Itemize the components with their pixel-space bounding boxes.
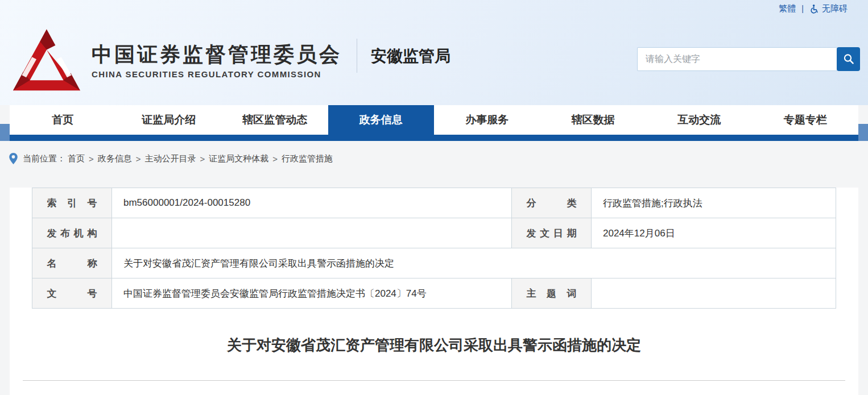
issuer-label: 发布机构: [32, 218, 112, 248]
breadcrumb-public-directory[interactable]: 主动公开目录: [145, 153, 196, 164]
org-name-en: CHINA SECURITIES REGULATORY COMMISSION: [92, 69, 342, 79]
document-name-label: 名称: [32, 248, 112, 278]
breadcrumb-regulatory-measures[interactable]: 行政监管措施: [282, 153, 333, 164]
breadcrumb-home[interactable]: 首页: [68, 153, 85, 164]
breadcrumb-prefix: 当前位置：: [23, 153, 65, 164]
header-divider: [357, 39, 357, 73]
issue-date-label: 发文日期: [512, 218, 592, 248]
breadcrumb: 当前位置： 首页 > 政务信息 > 主动公开目录 > 证监局文种体裁 > 行政监…: [0, 141, 868, 176]
category-value: 行政监管措施;行政执法: [592, 188, 836, 218]
main-content: 索引号 bm56000001/2024-00015280 分类 行政监管措施;行…: [10, 188, 858, 395]
search-icon: [842, 53, 855, 65]
org-name-cn: 中国证券监督管理委员会: [92, 43, 342, 66]
table-row: 文号 中国证券监督管理委员会安徽监管局行政监管措施决定书〔2024〕74号 主题…: [32, 278, 836, 309]
breadcrumb-government-info[interactable]: 政务信息: [98, 153, 132, 164]
document-name-value: 关于对安徽省茂汇资产管理有限公司采取出具警示函措施的决定: [112, 248, 836, 278]
traditional-chinese-link[interactable]: 繁體: [779, 3, 796, 14]
nav-item-interaction[interactable]: 互动交流: [646, 105, 753, 135]
nav-item-regional-dynamics[interactable]: 辖区监管动态: [222, 105, 328, 135]
wheelchair-icon: [809, 4, 819, 14]
table-row: 发布机构 发文日期 2024年12月06日: [32, 218, 836, 248]
accessibility-link[interactable]: 无障碍: [809, 3, 848, 14]
csrc-logo-icon: [7, 28, 86, 95]
main-nav: 首页 证监局介绍 辖区监管动态 政务信息 办事服务 辖区数据 互动交流 专题专栏: [10, 105, 858, 141]
issuer-value: [112, 218, 512, 248]
document-number-value: 中国证券监督管理委员会安徽监管局行政监管措施决定书〔2024〕74号: [112, 278, 512, 309]
search-button[interactable]: [837, 47, 860, 71]
org-title-block: 中国证券监督管理委员会 CHINA SECURITIES REGULATORY …: [92, 43, 342, 80]
main-nav-zone: 首页 证监局介绍 辖区监管动态 政务信息 办事服务 辖区数据 互动交流 专题专栏: [0, 105, 868, 141]
keywords-label: 主题词: [512, 278, 592, 309]
table-row: 名称 关于对安徽省茂汇资产管理有限公司采取出具警示函措施的决定: [32, 248, 836, 278]
nav-item-special-topics[interactable]: 专题专栏: [753, 105, 859, 135]
utility-bar: 繁體 | 无障碍: [0, 0, 868, 17]
index-number-label: 索引号: [32, 188, 112, 218]
table-row: 索引号 bm56000001/2024-00015280 分类 行政监管措施;行…: [32, 188, 836, 218]
article-title: 关于对安徽省茂汇资产管理有限公司采取出具警示函措施的决定: [10, 335, 858, 355]
location-pin-icon: [9, 152, 18, 165]
nav-item-services[interactable]: 办事服务: [434, 105, 540, 135]
nav-item-government-info[interactable]: 政务信息: [328, 105, 435, 135]
keywords-value: [592, 278, 836, 309]
index-number-value: bm56000001/2024-00015280: [112, 188, 512, 218]
site-header: 繁體 | 无障碍 中国证券监督管理委员会 CHINA SECURITIES RE…: [0, 0, 868, 105]
document-meta-table: 索引号 bm56000001/2024-00015280 分类 行政监管措施;行…: [32, 188, 836, 309]
nav-item-bureau-intro[interactable]: 证监局介绍: [116, 105, 222, 135]
category-label: 分类: [512, 188, 592, 218]
search-input[interactable]: [637, 47, 837, 71]
document-number-label: 文号: [32, 278, 112, 309]
utility-separator: |: [801, 4, 804, 13]
nav-item-regional-data[interactable]: 辖区数据: [540, 105, 647, 135]
accessibility-label: 无障碍: [822, 3, 848, 14]
breadcrumb-document-genre[interactable]: 证监局文种体裁: [209, 153, 268, 164]
nav-item-home[interactable]: 首页: [10, 105, 116, 135]
search-box: [637, 47, 860, 71]
issue-date-value: 2024年12月06日: [592, 218, 836, 248]
header-main: 中国证券监督管理委员会 CHINA SECURITIES REGULATORY …: [0, 17, 868, 105]
title-divider: [23, 380, 845, 381]
bureau-name: 安徽监管局: [371, 45, 450, 67]
